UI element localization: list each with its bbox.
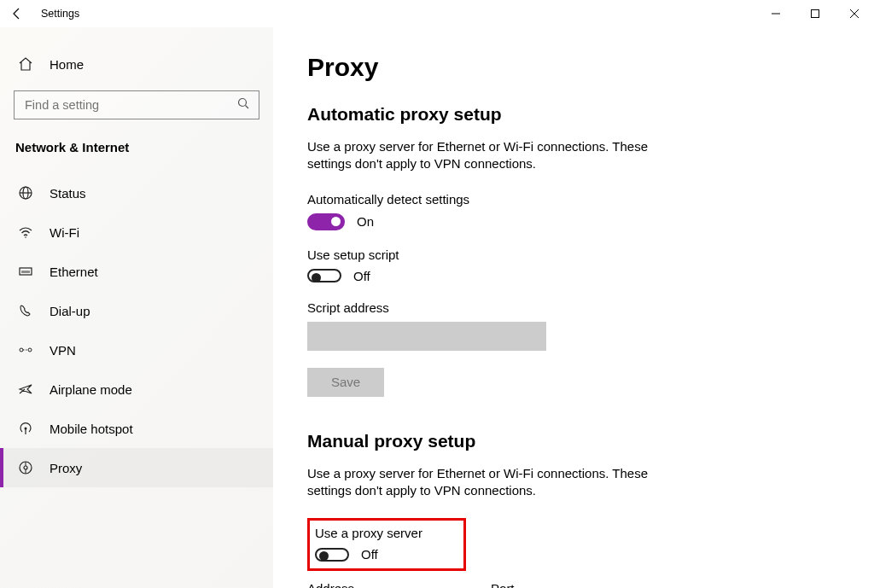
globe-icon <box>17 185 34 201</box>
svg-point-20 <box>24 466 27 469</box>
sidebar-item-label: Mobile hotspot <box>50 422 133 436</box>
svg-point-15 <box>28 348 32 352</box>
window-title: Settings <box>41 8 79 20</box>
minimize-button[interactable] <box>756 0 795 27</box>
back-button[interactable] <box>10 7 24 20</box>
search-input[interactable] <box>23 97 211 113</box>
sidebar-item-vpn[interactable]: VPN <box>0 330 273 370</box>
detect-settings-state: On <box>357 214 374 229</box>
sidebar-item-wifi[interactable]: Wi-Fi <box>0 212 273 252</box>
sidebar-item-airplane[interactable]: Airplane mode <box>0 370 273 409</box>
vpn-icon <box>17 344 34 356</box>
sidebar-item-ethernet[interactable]: Ethernet <box>0 252 273 291</box>
sidebar-item-dialup[interactable]: Dial-up <box>0 291 273 330</box>
svg-point-2 <box>239 98 247 106</box>
search-icon <box>237 97 250 114</box>
proxy-icon <box>17 460 34 475</box>
use-proxy-state: Off <box>361 547 378 562</box>
titlebar: Settings <box>0 0 874 27</box>
save-button[interactable]: Save <box>307 368 384 397</box>
auto-section-heading: Automatic proxy setup <box>307 104 840 125</box>
sidebar-item-proxy[interactable]: Proxy <box>0 448 273 487</box>
use-script-label: Use setup script <box>307 247 840 262</box>
wifi-icon <box>17 224 34 240</box>
sidebar-item-label: Dial-up <box>50 304 90 318</box>
phone-icon <box>17 303 34 318</box>
sidebar-item-label: VPN <box>50 343 76 358</box>
hotspot-icon <box>17 421 34 436</box>
manual-section-heading: Manual proxy setup <box>307 431 840 451</box>
sidebar-home[interactable]: Home <box>14 44 259 84</box>
port-label: Port <box>491 581 515 588</box>
sidebar-item-status[interactable]: Status <box>0 173 273 212</box>
page-title: Proxy <box>307 53 840 82</box>
sidebar-item-label: Status <box>50 186 86 201</box>
auto-section-desc: Use a proxy server for Ethernet or Wi-Fi… <box>307 138 674 173</box>
use-proxy-label: Use a proxy server <box>315 526 422 540</box>
sidebar-item-label: Proxy <box>50 461 82 475</box>
main-content: Proxy Automatic proxy setup Use a proxy … <box>273 27 874 588</box>
ethernet-icon <box>17 264 34 279</box>
address-label: Address <box>307 581 354 588</box>
sidebar-item-label: Ethernet <box>50 265 98 279</box>
svg-line-3 <box>246 105 249 108</box>
manual-section-desc: Use a proxy server for Ethernet or Wi-Fi… <box>307 465 674 500</box>
search-box[interactable] <box>14 90 259 119</box>
detect-settings-toggle[interactable] <box>307 213 345 230</box>
sidebar-item-hotspot[interactable]: Mobile hotspot <box>0 409 273 448</box>
use-script-toggle[interactable] <box>307 269 341 282</box>
script-address-input[interactable] <box>307 322 546 351</box>
sidebar-home-label: Home <box>50 57 84 72</box>
sidebar-item-label: Wi-Fi <box>50 225 79 240</box>
svg-rect-1 <box>812 10 819 18</box>
close-button[interactable] <box>835 0 874 27</box>
use-proxy-toggle[interactable] <box>315 548 349 562</box>
sidebar: Home Network & Internet Status <box>0 27 273 588</box>
svg-point-7 <box>25 236 26 238</box>
sidebar-item-label: Airplane mode <box>50 382 132 397</box>
sidebar-section-title: Network & Internet <box>14 140 259 154</box>
airplane-icon <box>17 381 34 397</box>
home-icon <box>17 56 34 72</box>
use-script-state: Off <box>353 269 370 283</box>
script-address-label: Script address <box>307 300 840 315</box>
highlight-annotation: Use a proxy server Off <box>307 518 466 571</box>
svg-point-14 <box>20 348 23 352</box>
detect-settings-label: Automatically detect settings <box>307 192 840 207</box>
maximize-button[interactable] <box>795 0 835 27</box>
